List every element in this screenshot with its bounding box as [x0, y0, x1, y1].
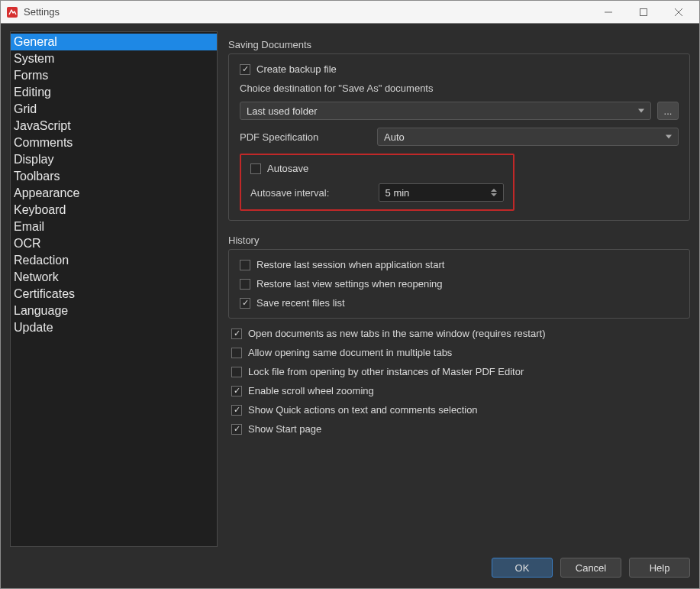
autosave-label: Autosave [267, 163, 308, 174]
autosave-interval-value: 5 min [385, 187, 410, 199]
sidebar-item-appearance[interactable]: Appearance [11, 185, 217, 202]
allow-multi-tabs-label: Allow opening same document in multiple … [248, 347, 452, 358]
sidebar-item-toolbars[interactable]: Toolbars [11, 168, 217, 185]
ok-button[interactable]: OK [492, 558, 553, 578]
general-options: Open documents as new tabs in the same w… [228, 325, 690, 435]
lock-file-checkbox[interactable] [231, 367, 242, 377]
allow-multi-tabs-checkbox[interactable] [231, 348, 242, 358]
dialog-footer: OK Cancel Help [1, 555, 699, 588]
pdf-spec-label: PDF Specification [240, 131, 369, 143]
autosave-checkbox[interactable] [250, 163, 261, 174]
quick-actions-checkbox[interactable] [231, 405, 242, 416]
open-as-tabs-checkbox[interactable] [231, 328, 242, 339]
sidebar-item-keyboard[interactable]: Keyboard [11, 202, 217, 218]
save-as-destination-value: Last used folder [247, 105, 318, 117]
window-title: Settings [24, 6, 591, 18]
save-as-destination-label: Choice destination for "Save As" documen… [240, 83, 679, 94]
sidebar-item-ocr[interactable]: OCR [11, 235, 217, 252]
sidebar-item-editing[interactable]: Editing [11, 84, 217, 101]
sidebar-item-network[interactable]: Network [11, 269, 217, 286]
sidebar-item-certificates[interactable]: Certificates [11, 286, 217, 303]
history-group: Restore last session when application st… [228, 249, 690, 319]
autosave-interval-label: Autosave interval: [250, 187, 371, 199]
help-button[interactable]: Help [629, 558, 690, 578]
sidebar-item-comments[interactable]: Comments [11, 134, 217, 151]
open-as-tabs-label: Open documents as new tabs in the same w… [248, 328, 545, 339]
restore-session-checkbox[interactable] [240, 260, 250, 270]
sidebar-item-general[interactable]: General [11, 34, 217, 50]
save-as-destination-select[interactable]: Last used folder [240, 102, 651, 120]
sidebar-item-redaction[interactable]: Redaction [11, 252, 217, 269]
pdf-spec-select[interactable]: Auto [377, 128, 679, 146]
lock-file-label: Lock file from opening by other instance… [248, 366, 524, 377]
create-backup-label: Create backup file [256, 63, 337, 75]
settings-sidebar: General System Forms Editing Grid JavaSc… [10, 31, 218, 547]
sidebar-item-email[interactable]: Email [11, 218, 217, 235]
browse-folder-button[interactable]: ... [657, 102, 679, 120]
sidebar-item-update[interactable]: Update [11, 319, 217, 336]
start-page-checkbox[interactable] [231, 424, 242, 435]
settings-main-panel: Saving Documents Create backup file Choi… [228, 31, 690, 547]
settings-window: Settings General System Forms Editing Gr… [0, 0, 700, 589]
save-recent-label: Save recent files list [256, 297, 345, 309]
saving-documents-group: Create backup file Choice destination fo… [228, 53, 690, 221]
close-button[interactable] [661, 1, 696, 23]
sidebar-item-forms[interactable]: Forms [11, 67, 217, 84]
restore-view-checkbox[interactable] [240, 279, 250, 290]
sidebar-item-language[interactable]: Language [11, 303, 217, 319]
maximize-button[interactable] [626, 1, 661, 23]
app-icon [5, 5, 19, 19]
save-recent-checkbox[interactable] [240, 298, 250, 309]
start-page-label: Show Start page [248, 423, 321, 435]
sidebar-item-javascript[interactable]: JavaScript [11, 118, 217, 134]
autosave-interval-input[interactable]: 5 min [379, 183, 504, 202]
scroll-zoom-label: Enable scroll wheel zooming [248, 385, 374, 396]
scroll-zoom-checkbox[interactable] [231, 386, 242, 396]
pdf-spec-value: Auto [384, 131, 405, 143]
create-backup-checkbox[interactable] [240, 64, 250, 75]
cancel-button[interactable]: Cancel [560, 558, 621, 578]
titlebar: Settings [1, 1, 699, 24]
window-controls [591, 1, 696, 23]
restore-view-label: Restore last view settings when reopenin… [256, 278, 443, 290]
minimize-button[interactable] [591, 1, 626, 23]
quick-actions-label: Show Quick actions on text and comments … [248, 404, 478, 416]
saving-documents-label: Saving Documents [228, 39, 690, 50]
history-label: History [228, 235, 690, 246]
spinbox-arrows-icon[interactable] [491, 185, 502, 200]
sidebar-item-grid[interactable]: Grid [11, 101, 217, 118]
sidebar-item-display[interactable]: Display [11, 151, 217, 168]
sidebar-item-system[interactable]: System [11, 50, 217, 67]
svg-rect-2 [640, 8, 647, 15]
restore-session-label: Restore last session when application st… [256, 259, 444, 270]
autosave-highlight: Autosave Autosave interval: 5 min [240, 154, 515, 211]
